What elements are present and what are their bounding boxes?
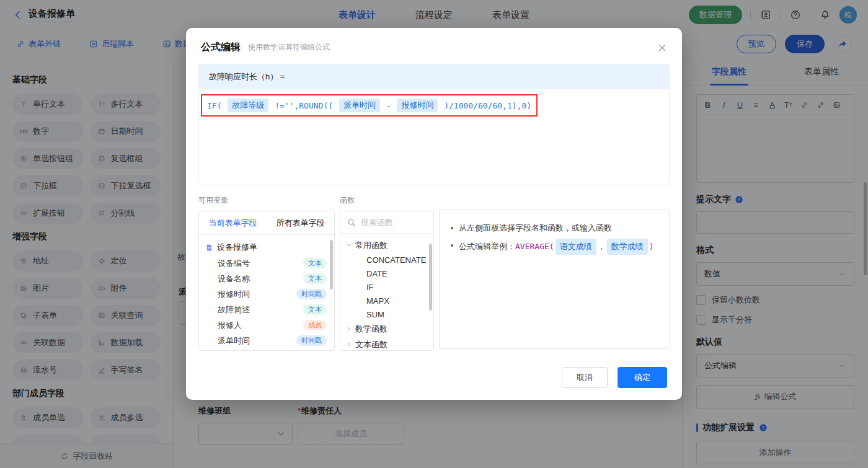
confirm-button[interactable]: 确定 <box>618 367 667 388</box>
modal-subtitle: 使用数学运算符编辑公式 <box>248 42 330 53</box>
variable-row[interactable]: 设备编号 文本 <box>199 255 334 271</box>
formula-segment: 派单时间 <box>339 99 380 112</box>
variables-scrollbar[interactable] <box>330 240 333 289</box>
formula-editor-modal: 公式编辑 使用数学运算符编辑公式 故障响应时长（h） = IF( 故障等级 !=… <box>186 28 682 400</box>
formula-segment: !='',ROUND(( <box>270 101 338 110</box>
variables-panel: 当前表单字段所有表单字段 设备报修单 设备编号 文本 <box>198 211 335 351</box>
formula-segment: 故障等级 <box>228 99 268 112</box>
functions-label: 函数 <box>340 195 434 206</box>
function-tree: 常用函数 CONCATENATE DATE <box>340 234 433 351</box>
variables-label: 可用变量 <box>198 195 335 206</box>
tips-column: 从左侧面板选择字段名和函数，或输入函数 公式编辑举例：AVERAGE(语文成绩，… <box>439 195 670 351</box>
formula-input-area[interactable]: IF( 故障等级 !='',ROUND(( 派单时间 - 报修时间 )/1000… <box>199 89 669 121</box>
formula-box: 故障响应时长（h） = IF( 故障等级 !='',ROUND(( 派单时间 -… <box>198 64 670 185</box>
function-node[interactable]: 数学函数 <box>340 321 433 337</box>
tip-segment: 语文成绩 <box>556 239 596 255</box>
search-icon <box>347 218 356 227</box>
function-node[interactable]: CONCATENATE <box>340 253 433 267</box>
tips-panel: 从左侧面板选择字段名和函数，或输入函数 公式编辑举例：AVERAGE(语文成绩，… <box>439 209 670 349</box>
caret-right-icon <box>345 340 353 348</box>
variables-tab[interactable]: 当前表单字段 <box>199 211 267 234</box>
form-root-node[interactable]: 设备报修单 <box>199 239 334 255</box>
type-badge: 文本 <box>303 273 327 284</box>
functions-column: 函数 常用函数 <box>340 195 434 351</box>
tip-segment: 数学成绩 <box>607 239 648 255</box>
formula-segment: IF( <box>207 101 226 110</box>
function-node[interactable]: 文本函数 <box>340 337 433 351</box>
type-badge: 文本 <box>303 258 327 268</box>
type-badge: 文本 <box>303 304 327 315</box>
tip-example: 公式编辑举例：AVERAGE(语文成绩，数学成绩) <box>459 239 653 255</box>
function-node[interactable]: DATE <box>340 267 433 280</box>
variables-column: 可用变量 当前表单字段所有表单字段 设备报修单 <box>198 195 335 351</box>
tip-line-2: 公式编辑举例：AVERAGE(语文成绩，数学成绩) <box>451 239 658 255</box>
caret-right-icon <box>345 325 353 333</box>
modal-panels: 可用变量 当前表单字段所有表单字段 设备报修单 <box>198 195 670 351</box>
variable-row[interactable]: 派单时间 时间戳 <box>199 333 334 348</box>
tips-spacer <box>439 195 670 204</box>
formula-segment: )/1000/60/60,1),0) <box>439 101 531 110</box>
variable-row[interactable]: 设备名称 文本 <box>199 271 334 286</box>
close-icon[interactable] <box>657 43 667 53</box>
tip-segment: 公式编辑举例： <box>459 240 515 254</box>
functions-panel: 常用函数 CONCATENATE DATE <box>340 211 434 351</box>
bullet <box>451 244 453 247</box>
formula-segment: - <box>381 101 396 110</box>
app-root: 设备报修单 表单设计流程设定表单设置 数据管理 检 表单外链 <box>0 0 868 468</box>
type-badge: 时间戳 <box>296 335 327 346</box>
formula-segment: 报修时间 <box>397 99 438 112</box>
formula-target: 故障响应时长（h） = <box>199 64 669 89</box>
variable-row[interactable]: 报修人 成员 <box>199 317 334 333</box>
function-node[interactable]: 常用函数 <box>340 237 433 253</box>
function-search <box>340 211 433 234</box>
doc-icon <box>205 244 213 252</box>
cancel-button[interactable]: 取消 <box>562 367 608 388</box>
variable-row[interactable]: 故障简述 文本 <box>199 302 334 317</box>
modal-title: 公式编辑 <box>201 41 241 54</box>
bullet <box>451 227 453 229</box>
functions-scrollbar[interactable] <box>429 244 432 311</box>
function-node[interactable]: MAPX <box>340 294 433 307</box>
tip-segment: ， <box>598 240 606 254</box>
tip-line-1: 从左侧面板选择字段名和函数，或输入函数 <box>451 221 658 235</box>
tip-segment: ) <box>649 240 654 254</box>
variables-list: 设备报修单 设备编号 文本 设备名称 <box>199 235 334 351</box>
variables-tabs: 当前表单字段所有表单字段 <box>199 211 334 235</box>
formula-highlight: IF( 故障等级 !='',ROUND(( 派单时间 - 报修时间 )/1000… <box>201 94 538 117</box>
tip-segment: AVERAGE( <box>515 240 554 254</box>
modal-header: 公式编辑 使用数学运算符编辑公式 <box>186 28 682 54</box>
modal-footer: 取消 确定 <box>562 367 667 388</box>
function-node[interactable]: IF <box>340 280 433 294</box>
type-badge: 成员 <box>303 320 327 330</box>
variable-row[interactable]: 报修时间 时间戳 <box>199 286 334 302</box>
type-badge: 时间戳 <box>296 289 327 299</box>
variable-rows: 设备编号 文本 设备名称 文本 报修时间 <box>199 255 334 348</box>
function-node[interactable]: SUM <box>340 307 433 321</box>
function-search-input[interactable] <box>361 218 427 227</box>
variables-tab[interactable]: 所有表单字段 <box>267 211 334 234</box>
caret-down-icon <box>345 241 353 249</box>
